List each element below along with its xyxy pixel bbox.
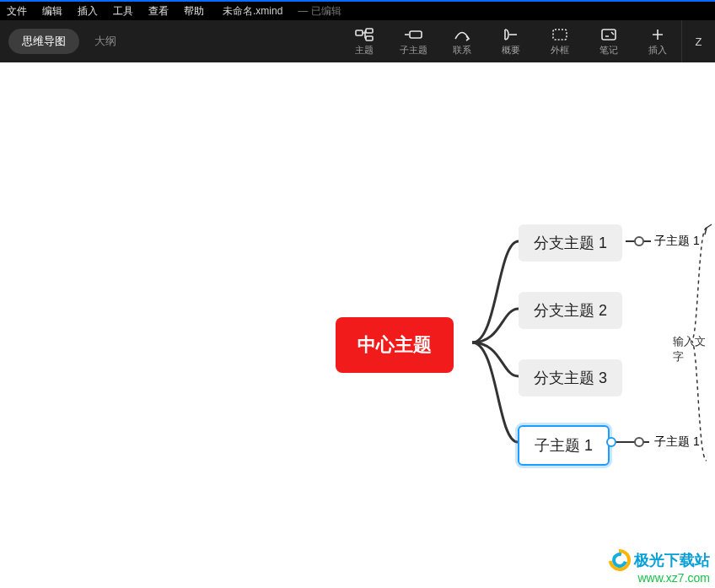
svg-rect-2	[366, 36, 373, 40]
note-button[interactable]: 笔记	[585, 20, 632, 62]
boundary-icon	[551, 27, 568, 42]
summary-placeholder-label[interactable]: 输入文字	[673, 334, 715, 364]
zen-label: Z	[696, 35, 702, 48]
subtopic-icon	[404, 27, 422, 42]
relation-label: 联系	[453, 44, 471, 57]
subtopic-leaf-2[interactable]: 子主题 1	[654, 434, 700, 450]
note-icon	[600, 27, 617, 42]
expand-handle-branch4-outer[interactable]	[606, 437, 616, 447]
insert-button[interactable]: 插入	[634, 20, 681, 62]
summary-button[interactable]: 概要	[487, 20, 535, 62]
topic-icon	[355, 27, 374, 42]
subtopic-button[interactable]: 子主题	[390, 20, 437, 62]
summary-label: 概要	[502, 44, 520, 57]
view-outline-button[interactable]: 大纲	[94, 34, 116, 49]
menu-help[interactable]: 帮助	[184, 4, 204, 19]
expand-handle-branch4-inner[interactable]	[634, 437, 644, 447]
view-mindmap-button[interactable]: 思维导图	[8, 29, 79, 54]
relation-icon	[453, 27, 471, 42]
expand-handle-branch1[interactable]	[634, 236, 644, 246]
branch-topic-2[interactable]: 分支主题 2	[519, 292, 622, 329]
zen-mode-button[interactable]: Z	[681, 20, 715, 62]
summary-icon	[503, 27, 519, 42]
central-topic[interactable]: 中心主题	[336, 317, 454, 373]
subtopic-leaf-1[interactable]: 子主题 1	[654, 234, 700, 249]
branch-topic-3[interactable]: 分支主题 3	[519, 359, 622, 396]
subtopic-label: 子主题	[400, 44, 427, 57]
svg-rect-4	[553, 30, 567, 40]
menu-file[interactable]: 文件	[7, 4, 27, 19]
plus-icon	[651, 27, 664, 42]
document-edited-state: — 已编辑	[298, 4, 341, 19]
toolbar-center-group: 主题 子主题 联系	[341, 20, 681, 62]
svg-rect-0	[356, 30, 363, 35]
menu-view[interactable]: 查看	[148, 4, 169, 19]
menu-bar: 文件 编辑 插入 工具 查看 帮助 未命名.xmind — 已编辑	[0, 2, 715, 20]
menu-edit[interactable]: 编辑	[42, 4, 62, 19]
branch-topic-4-selected[interactable]: 子主题 1	[518, 425, 610, 466]
svg-rect-3	[410, 31, 422, 38]
boundary-label: 外框	[551, 44, 569, 57]
menu-tools[interactable]: 工具	[113, 4, 133, 19]
topic-button[interactable]: 主题	[341, 20, 388, 62]
insert-label: 插入	[648, 44, 667, 57]
relation-button[interactable]: 联系	[438, 20, 486, 62]
toolbar: 思维导图 大纲 主题 子主题	[0, 20, 715, 62]
note-label: 笔记	[599, 44, 618, 57]
view-mode-switch: 思维导图 大纲	[0, 20, 125, 62]
boundary-button[interactable]: 外框	[536, 20, 583, 62]
mindmap-canvas[interactable]: 中心主题 分支主题 1 分支主题 2 分支主题 3 子主题 1 子主题 1 子主…	[0, 62, 715, 588]
branch-topic-1[interactable]: 分支主题 1	[519, 224, 622, 262]
document-filename: 未命名.xmind	[223, 4, 282, 19]
menu-insert[interactable]: 插入	[78, 4, 98, 19]
svg-rect-1	[366, 29, 373, 33]
topic-label: 主题	[355, 44, 374, 57]
